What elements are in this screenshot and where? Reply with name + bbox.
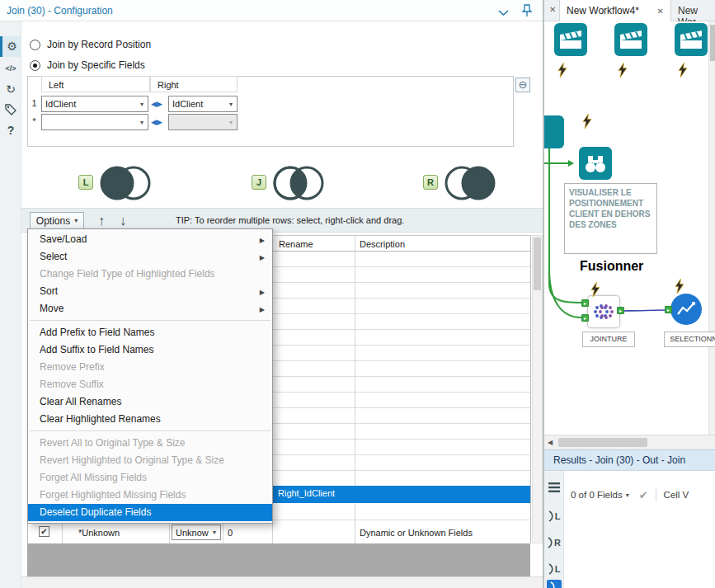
grid-vertical-scrollbar[interactable] <box>532 235 543 543</box>
join-anchor-badge: J <box>252 175 266 190</box>
anchor-button-output-j-selected[interactable] <box>547 580 562 588</box>
chevron-down-icon: ▾ <box>74 217 78 224</box>
tab-new-workflow4[interactable]: New Workflow4* ✕ <box>559 0 671 21</box>
menu-item-revert-highlighted: Revert Highlighted to Original Type & Si… <box>28 452 272 469</box>
config-horizontal-scrollbar[interactable] <box>21 576 543 588</box>
rename-column-header: Rename <box>279 239 313 249</box>
unknown-type-value: Unknown <box>172 528 209 538</box>
menu-item-clear-all-renames[interactable]: Clear All Renames <box>28 393 272 411</box>
inner-join-venn-icon[interactable] <box>270 164 329 205</box>
scroll-left-icon[interactable]: ◀ <box>548 439 553 446</box>
chart-tool-icon[interactable] <box>670 294 702 325</box>
right-column-header: Right <box>150 76 238 92</box>
selected-rename-value: Right_IdClient <box>278 488 335 498</box>
canvas-horizontal-scrollbar[interactable]: ◀ <box>544 435 715 449</box>
swap-fields-icon[interactable]: ◀▶ <box>151 118 162 126</box>
results-anchor-strip: L R L <box>544 471 564 588</box>
tab-label: New Workflow4* <box>567 5 639 16</box>
unknown-size-value: 0 <box>228 528 233 538</box>
menu-item-forget-highlighted-missing: Forget Highlighted Missing Fields <box>28 487 272 504</box>
chevron-down-icon: ▾ <box>209 529 220 536</box>
clapperboard-tool-icon[interactable] <box>675 23 708 56</box>
jointure-annotation: JOINTURE <box>582 332 635 347</box>
right-field-dropdown[interactable]: IdClient ▾ <box>168 96 238 112</box>
chevron-down-icon: ▾ <box>136 101 148 108</box>
comment-annotation[interactable]: VISUALISER LE POSITIONNEMENT CLIENT EN D… <box>564 183 657 254</box>
unknown-checkbox[interactable]: ✔ <box>39 526 49 537</box>
clapperboard-tool-icon[interactable] <box>614 23 647 56</box>
refresh-icon[interactable]: ↻ <box>0 79 21 100</box>
menu-item-change-field-type: Change Field Type of Highlighted Fields <box>28 266 272 283</box>
browse-binoculars-tool-icon[interactable] <box>579 147 612 180</box>
cell-viewer-label[interactable]: Cell V <box>664 490 689 500</box>
radio-join-by-specific-fields[interactable] <box>30 60 40 71</box>
menu-item-sort[interactable]: Sort▶ <box>28 283 272 300</box>
workflow-canvas-panel: ✕ New Workflow4* ✕ New Wor <box>544 0 715 588</box>
submenu-arrow-icon: ▶ <box>260 232 265 249</box>
menu-item-clear-highlighted-renames[interactable]: Clear Highlighted Renames <box>28 411 272 428</box>
chevron-down-icon[interactable]: ▾ <box>626 492 629 499</box>
chevron-down-icon[interactable] <box>498 7 509 19</box>
anchor-button-output-l[interactable]: L <box>544 558 564 580</box>
results-panel-header: Results - Join (30) - Out - Join <box>544 449 715 471</box>
join-right-input-anchor[interactable]: ▸ <box>581 314 589 322</box>
right-join-venn-icon[interactable] <box>441 164 501 205</box>
menu-item-save-load[interactable]: Save/Load▶ <box>28 231 272 248</box>
tag-icon[interactable] <box>0 100 21 120</box>
clapperboard-tool-icon[interactable] <box>554 23 587 56</box>
radio-join-by-record-position[interactable] <box>30 40 40 50</box>
workflow-canvas[interactable]: VISUALISER LE POSITIONNEMENT CLIENT EN D… <box>544 21 715 435</box>
join-output-anchor[interactable]: ▸ <box>617 307 624 314</box>
row-number: * <box>28 116 40 126</box>
data-rows-icon[interactable] <box>548 482 560 495</box>
unknown-type-dropdown[interactable]: Unknown ▾ <box>172 524 221 540</box>
toolbar-divider <box>656 488 656 501</box>
code-icon[interactable]: </> <box>0 59 21 79</box>
partial-tool-icon[interactable] <box>544 115 564 148</box>
menu-separator <box>30 430 270 431</box>
pin-icon[interactable] <box>521 4 533 20</box>
menu-item-deselect-duplicate-fields[interactable]: Deselect Duplicate Fields <box>28 504 272 521</box>
lightning-bolt-icon <box>678 63 688 80</box>
join-by-specific-fields-option: Join by Specific Fields <box>30 59 145 72</box>
left-anchor-badge: L <box>78 175 93 190</box>
menu-item-select[interactable]: Select▶ <box>28 248 272 266</box>
anchor-button-input-r[interactable]: R <box>544 532 564 553</box>
lightning-bolt-icon <box>557 63 567 80</box>
options-context-menu: Save/Load▶ Select▶ Change Field Type of … <box>27 228 273 524</box>
join-tool-icon[interactable] <box>587 295 620 328</box>
submenu-arrow-icon: ▶ <box>260 284 265 301</box>
menu-item-add-prefix[interactable]: Add Prefix to Field Names <box>28 324 272 341</box>
remove-row-button[interactable]: ⊖ <box>515 78 530 92</box>
menu-item-move[interactable]: Move▶ <box>28 300 272 318</box>
lightning-bolt-icon <box>590 282 600 299</box>
left-field-dropdown[interactable]: IdClient ▾ <box>41 96 148 112</box>
gear-icon[interactable]: ⚙ <box>0 36 21 57</box>
menu-item-remove-suffix: Remove Suffix <box>28 376 272 393</box>
left-field-dropdown-empty[interactable]: ▾ <box>41 114 148 130</box>
selection-input-anchor[interactable]: ▸ <box>665 306 672 313</box>
join-by-record-position-option: Join by Record Position <box>30 38 151 51</box>
config-side-toolbar: ⚙ </> ↻ ? <box>0 21 21 588</box>
swap-fields-icon[interactable]: ◀▶ <box>151 100 162 108</box>
close-icon[interactable]: ✕ <box>549 5 556 14</box>
left-join-venn-icon[interactable] <box>96 164 156 205</box>
help-icon[interactable]: ? <box>0 120 21 141</box>
lightning-bolt-icon <box>618 63 628 80</box>
options-button[interactable]: Options ▾ <box>30 212 84 229</box>
apply-check-icon[interactable]: ✔ <box>639 489 648 501</box>
radio-label: Join by Record Position <box>47 39 151 50</box>
anchor-button-input-l[interactable]: L <box>544 506 564 527</box>
scrollbar-thumb[interactable] <box>558 438 647 447</box>
lightning-bolt-icon <box>675 279 684 296</box>
scrollbar-thumb[interactable] <box>534 238 541 290</box>
submenu-arrow-icon: ▶ <box>260 301 265 318</box>
menu-item-add-suffix[interactable]: Add Suffix to Field Names <box>28 341 272 359</box>
close-icon[interactable]: ✕ <box>657 7 664 16</box>
container-label-fusionner: Fusionner <box>580 259 643 274</box>
fields-count[interactable]: 0 of 0 Fields <box>571 490 623 500</box>
join-left-input-anchor[interactable]: ▸ <box>581 299 589 307</box>
results-toolbar: 0 of 0 Fields ▾ ✔ Cell V <box>571 486 713 504</box>
unknown-field-name: *Unknown <box>78 528 120 538</box>
unknown-fields-row[interactable]: ✔ *Unknown Unknown ▾ 0 Dynamic or Unknow… <box>27 520 530 543</box>
